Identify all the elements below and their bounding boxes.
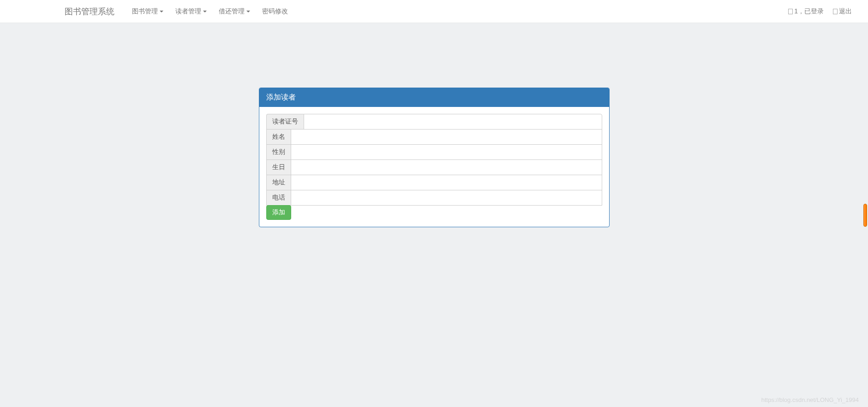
nav-item-label: 读者管理: [175, 7, 201, 16]
navbar-right: 1，已登录 退出: [784, 0, 856, 23]
field-label: 电话: [266, 190, 291, 206]
field-label: 读者证号: [266, 114, 304, 130]
nav-item-label: 密码修改: [262, 7, 288, 16]
logout-icon: [833, 9, 838, 14]
field-gender: 性别: [266, 144, 602, 160]
birthday-input[interactable]: [291, 159, 602, 175]
nav-borrow-manage[interactable]: 借还管理: [213, 0, 256, 23]
add-button[interactable]: 添加: [266, 205, 291, 220]
reader-id-input[interactable]: [304, 114, 602, 130]
panel-title: 添加读者: [259, 88, 609, 107]
nav-user-status[interactable]: 1，已登录: [784, 0, 828, 23]
navbar-left: 图书管理系统 图书管理 读者管理 借还管理 密码修改: [7, 0, 294, 24]
field-label: 姓名: [266, 129, 291, 145]
field-name: 姓名: [266, 129, 602, 145]
nav-password-change[interactable]: 密码修改: [256, 0, 294, 23]
caret-down-icon: [246, 11, 250, 12]
field-birthday: 生日: [266, 159, 602, 175]
caret-down-icon: [203, 11, 207, 12]
field-label: 生日: [266, 159, 291, 175]
nav-reader-manage[interactable]: 读者管理: [169, 0, 213, 23]
caret-down-icon: [160, 11, 163, 12]
field-reader-id: 读者证号: [266, 114, 602, 130]
gender-input[interactable]: [291, 144, 602, 160]
field-label: 地址: [266, 175, 291, 190]
nav-menu: 图书管理 读者管理 借还管理 密码修改: [126, 0, 294, 23]
address-input[interactable]: [291, 175, 602, 190]
nav-item-label: 借还管理: [219, 7, 245, 16]
nav-logout[interactable]: 退出: [828, 0, 856, 23]
field-label: 性别: [266, 144, 291, 160]
nav-item-label: 图书管理: [132, 7, 158, 16]
phone-input[interactable]: [291, 190, 602, 206]
field-phone: 电话: [266, 190, 602, 206]
add-reader-panel: 添加读者 读者证号 姓名 性别 生日 地址 电话: [259, 88, 610, 227]
nav-book-manage[interactable]: 图书管理: [126, 0, 169, 23]
user-status-text: 1，已登录: [794, 7, 824, 16]
scroll-indicator[interactable]: [863, 204, 867, 227]
user-icon: [788, 9, 793, 14]
name-input[interactable]: [291, 129, 602, 145]
field-address: 地址: [266, 175, 602, 190]
navbar: 图书管理系统 图书管理 读者管理 借还管理 密码修改 1，已登录: [0, 0, 868, 23]
main-container: 添加读者 读者证号 姓名 性别 生日 地址 电话: [259, 88, 610, 227]
panel-body: 读者证号 姓名 性别 生日 地址 电话 添加: [259, 107, 609, 227]
logout-text: 退出: [839, 7, 852, 16]
navbar-brand[interactable]: 图书管理系统: [58, 0, 121, 24]
